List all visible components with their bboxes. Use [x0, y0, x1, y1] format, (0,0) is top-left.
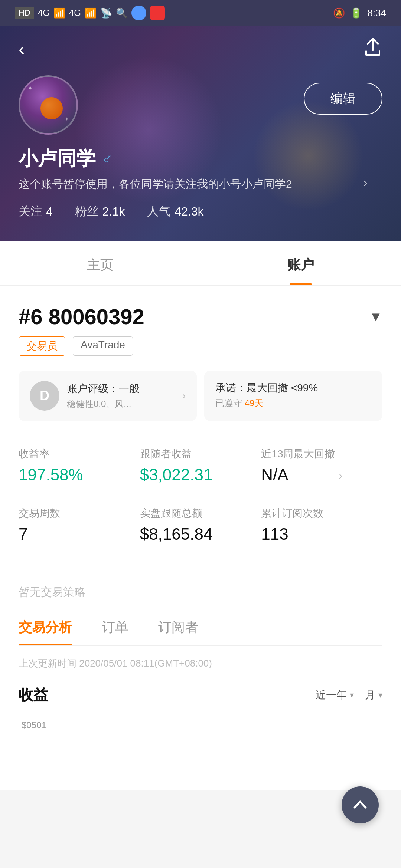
account-id-row: #6 80060392 ▼: [19, 304, 382, 329]
app-icon-2: [150, 6, 165, 20]
battery-icon: 🔋: [350, 7, 362, 19]
sub-tab-orders[interactable]: 订单: [102, 618, 128, 645]
trade-weeks-value: 7: [19, 525, 140, 543]
follow-amount-value: $8,165.84: [140, 525, 261, 543]
promise-sub: 已遵守 49天: [215, 397, 371, 409]
grade-arrow: ›: [182, 390, 186, 402]
sub-tabs: 交易分析 订单 订阅者: [19, 618, 382, 646]
subscribe-count-value: 113: [261, 525, 382, 543]
filter-month-arrow: ▾: [378, 690, 382, 700]
fans-label: 粉丝: [75, 203, 99, 220]
tab-account[interactable]: 账户: [200, 241, 401, 285]
main-tabs: 主页 账户: [0, 241, 401, 286]
chart-y-label: -$0501: [19, 720, 46, 730]
search-icon: 🔍: [116, 7, 128, 19]
info-cards: D 账户评级：一般 稳健性0.0、风... › 承诺：最大回撤 <99% 已遵守…: [19, 371, 382, 421]
signal-bars-2: 📶: [85, 7, 97, 19]
grade-card[interactable]: D 账户评级：一般 稳健性0.0、风... ›: [19, 371, 197, 421]
gender-icon: ♂: [102, 151, 113, 167]
avatar: ✦ ✦: [19, 75, 78, 135]
profile-detail-arrow[interactable]: ›: [363, 175, 368, 191]
profile-row: ✦ ✦ 编辑: [19, 75, 382, 135]
username: 小卢同学: [19, 146, 96, 172]
grade-sub: 稳健性0.0、风...: [67, 398, 175, 410]
stat-subscribe-count: 累计订阅次数 113: [261, 499, 382, 551]
signal-4g-1: 4G: [38, 8, 50, 18]
back-button[interactable]: ‹: [19, 39, 25, 59]
stat-trade-weeks: 交易周数 7: [19, 499, 140, 551]
sub-tab-analysis[interactable]: 交易分析: [19, 618, 72, 645]
follow-label: 关注: [19, 203, 42, 220]
promise-title: 承诺：最大回撤 <99%: [215, 381, 371, 395]
share-button[interactable]: [363, 37, 382, 60]
promise-card: 承诺：最大回撤 <99% 已遵守 49天: [204, 371, 382, 421]
stat-popularity: 人气 42.3k: [147, 203, 203, 220]
promise-days: 49天: [245, 398, 264, 408]
stats-grid: 收益率 197.58% 跟随者收益 $3,022.31 近13周最大回撤 N/A…: [19, 440, 382, 566]
sub-tab-subscribers[interactable]: 订阅者: [158, 618, 198, 645]
stat-return-rate: 收益率 197.58%: [19, 440, 140, 491]
revenue-header: 收益 近一年 ▾ 月 ▾: [19, 685, 382, 705]
update-time: 上次更新时间 2020/05/01 08:11(GMT+08:00): [19, 657, 382, 670]
filter-year[interactable]: 近一年 ▾: [316, 688, 354, 702]
no-strategy: 暂无交易策略: [19, 585, 382, 600]
stat-follower-return: 跟随者收益 $3,022.31: [140, 440, 261, 491]
grade-text: 账户评级：一般 稳健性0.0、风...: [67, 382, 175, 410]
grade-title: 账户评级：一般: [67, 382, 175, 396]
status-right: 🔕 🔋 8:34: [333, 7, 386, 19]
follower-return-value: $3,022.31: [140, 466, 261, 484]
filter-month[interactable]: 月 ▾: [365, 688, 382, 702]
popularity-value: 42.3k: [175, 205, 203, 218]
edit-button[interactable]: 编辑: [304, 83, 382, 115]
fans-value: 2.1k: [102, 205, 125, 218]
status-bar: HD 4G 📶 4G 📶 📡 🔍 🔕 🔋 8:34: [0, 0, 401, 26]
revenue-title: 收益: [19, 685, 48, 705]
section-filters: 近一年 ▾ 月 ▾: [316, 688, 382, 702]
scroll-top-button[interactable]: [342, 786, 379, 823]
account-id: #6 80060392: [19, 304, 144, 329]
stats-nav-arrow[interactable]: ›: [339, 469, 342, 482]
popularity-label: 人气: [147, 203, 171, 220]
follow-value: 4: [46, 205, 53, 218]
profile-stats: 关注 4 粉丝 2.1k 人气 42.3k: [19, 203, 382, 220]
tab-home[interactable]: 主页: [0, 241, 200, 285]
wifi-icon: 📡: [100, 7, 112, 19]
stat-follow-amount: 实盘跟随总额 $8,165.84: [140, 499, 261, 551]
tag-trader: 交易员: [19, 336, 65, 356]
bell-muted-icon: 🔕: [333, 7, 345, 19]
account-dropdown[interactable]: ▼: [369, 309, 382, 325]
tags-row: 交易员 AvaTrade: [19, 336, 382, 356]
profile-bio: 这个账号暂停使用，各位同学请关注我的小号小卢同学2: [19, 175, 382, 192]
time-display: 8:34: [367, 7, 386, 19]
hd-badge: HD: [15, 7, 34, 19]
chart-area: -$0501: [19, 716, 382, 790]
profile-name-row: 小卢同学 ♂: [19, 146, 382, 172]
avatar-planet-decoration: [40, 97, 63, 119]
profile-section: ✦ ✦ 编辑 小卢同学 ♂ 这个账号暂停使用，各位同学请关注我的小号小卢同学2 …: [0, 60, 401, 220]
filter-year-arrow: ▾: [350, 690, 354, 700]
signal-4g-2: 4G: [69, 8, 81, 18]
stat-max-drawdown: 近13周最大回撤 N/A ›: [261, 440, 382, 491]
signal-bars-1: 📶: [53, 7, 65, 19]
app-icon-1: [131, 6, 146, 20]
status-left: HD 4G 📶 4G 📶 📡 🔍: [15, 6, 165, 20]
return-rate-value: 197.58%: [19, 466, 140, 484]
stat-follow: 关注 4: [19, 203, 53, 220]
main-content: #6 80060392 ▼ 交易员 AvaTrade D 账户评级：一般 稳健性…: [0, 286, 401, 790]
grade-icon: D: [30, 381, 59, 411]
max-drawdown-value: N/A: [261, 466, 335, 484]
nav-bar: ‹: [0, 26, 401, 60]
tag-avatrade: AvaTrade: [73, 336, 133, 356]
header-banner: ‹ ✦ ✦ 编辑 小卢同学 ♂ 这个账号暂停使用，各位同学请关注我的小号小卢同学…: [0, 26, 401, 241]
stat-fans: 粉丝 2.1k: [75, 203, 125, 220]
